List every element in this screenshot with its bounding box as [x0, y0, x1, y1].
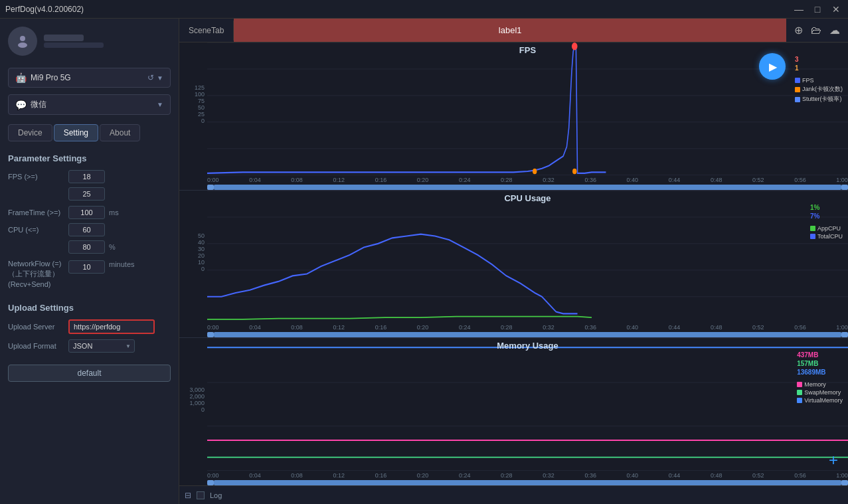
memory-y-axis: 3,000 2,000 1,000 0 [179, 382, 207, 426]
memory-chart-inner: 3,000 2,000 1,000 0 Memory Usage [179, 338, 848, 471]
cpu-x-axis: 0:000:040:080:120:160:200:240:280:320:36… [179, 323, 848, 332]
cpu-legend-app: AppCPU [810, 225, 843, 232]
fps-y-125: 125 [182, 84, 205, 91]
profile-id [44, 42, 104, 48]
fps-y-axis: 125 100 75 50 25 0 [179, 80, 207, 137]
maximize-button[interactable]: □ [811, 3, 824, 16]
device-selector-left: 🤖 Mi9 Pro 5G [15, 72, 71, 83]
location-icon[interactable]: ⊕ [794, 24, 803, 37]
mem-legend-virtual-label: VirtualMemory [804, 397, 843, 404]
cpu-y-axis: 50 40 30 20 10 0 [179, 228, 207, 286]
fps-chart-container: 125 100 75 50 25 0 FPS [179, 42, 848, 191]
network-label-1: NetworkFlow (=) [8, 259, 64, 269]
cpu-input-2[interactable] [68, 240, 105, 254]
fps-legend-jank-dot [795, 87, 800, 92]
cpu-scroll-track[interactable] [207, 332, 848, 337]
mem-legend-memory-dot [797, 382, 802, 387]
cpu-y-axis-wrapper: 50 40 30 20 10 0 [179, 191, 207, 323]
network-unit: minutes [109, 260, 135, 268]
svg-point-9 [533, 169, 537, 175]
fps-scroll-handle-left[interactable] [207, 185, 214, 190]
fps-legend-stutter-label: Stutter(卡顿率) [802, 95, 842, 104]
cpu-chart-body: CPU Usage [207, 191, 848, 323]
cpu-y-50: 50 [182, 232, 205, 239]
label1-tab[interactable]: label1 [234, 19, 786, 42]
network-row: NetworkFlow (=) （上下行流量） (Recv+Send) minu… [8, 259, 171, 290]
cpu-scroll-handle-right[interactable] [841, 332, 848, 337]
mem-legend-swap: SwapMemory [797, 389, 843, 396]
app-selector[interactable]: 💬 微信 ▼ [8, 94, 171, 115]
fps-scroll-track[interactable] [207, 185, 848, 190]
cpu-y-0: 0 [182, 266, 205, 272]
main-layout: 🤖 Mi9 Pro 5G ↺ ▼ 💬 微信 ▼ Device Setting A… [0, 19, 848, 504]
fps-y-25: 25 [182, 111, 205, 118]
parameter-settings-section: Parameter Settings FPS (>=) 18 25 FrameT… [8, 151, 171, 294]
refresh-icon[interactable]: ↺ [147, 73, 154, 82]
upload-format-select[interactable]: JSON CSV XML [68, 339, 135, 353]
app-icon: 💬 [15, 100, 27, 110]
fps-scroll-handle-right[interactable] [841, 185, 848, 190]
upload-server-input[interactable] [68, 319, 155, 334]
tab-setting[interactable]: Setting [54, 124, 98, 141]
mem-legend-spacer [797, 377, 843, 380]
fps-legend-fps: FPS [795, 77, 843, 84]
fps-row-2: 25 [8, 187, 171, 201]
scene-tab[interactable]: SceneTab [179, 21, 234, 41]
cpu-chart-container: 50 40 30 20 10 0 CPU Usage [179, 191, 848, 339]
close-button[interactable]: ✕ [829, 3, 843, 16]
memory-scroll-track[interactable] [207, 480, 848, 485]
cpu-param-group: CPU (<=) % [8, 223, 171, 254]
cpu-legend-total-label: TotalCPU [817, 233, 843, 240]
cpu-legend-app-label: AppCPU [817, 225, 841, 232]
fps-x-axis: 0:000:040:080:120:160:200:240:280:320:36… [179, 175, 848, 185]
fps-input-2[interactable]: 25 [68, 187, 105, 201]
titlebar: PerfDog(v4.0.200602) — □ ✕ [0, 0, 848, 19]
log-checkbox[interactable] [197, 491, 205, 499]
memory-scroll-handle-right[interactable] [841, 480, 848, 485]
memory-chart-body: Memory Usage [207, 338, 848, 471]
upload-settings-section: Upload Settings Upload Server Upload For… [8, 300, 171, 358]
mem-y-1000: 1,000 [182, 400, 205, 406]
fps-legend-jank-label: Jank(卡顿次数) [802, 85, 843, 94]
avatar [8, 27, 37, 56]
cpu-scroll-handle-left[interactable] [207, 332, 214, 337]
legend-spacer [795, 73, 843, 76]
fps-label: FPS (>=) [8, 173, 64, 181]
memory-scroll-handle-left[interactable] [207, 480, 214, 485]
tab-about[interactable]: About [100, 124, 140, 141]
cpu-legend-spacer [810, 221, 843, 224]
fps-scroll-thumb[interactable] [214, 185, 841, 190]
network-input[interactable] [68, 260, 105, 274]
memory-scroll-thumb[interactable] [214, 480, 841, 485]
fps-input-1[interactable]: 18 [68, 170, 105, 183]
profile-section [8, 24, 171, 58]
device-selector[interactable]: 🤖 Mi9 Pro 5G ↺ ▼ [8, 68, 171, 88]
fps-chart-body: FPS [207, 42, 848, 175]
tab-device[interactable]: Device [8, 124, 52, 141]
default-button[interactable]: default [8, 365, 171, 382]
plus-button[interactable]: + [824, 451, 843, 469]
charts-area: 125 100 75 50 25 0 FPS [179, 42, 848, 485]
cpu-input-1[interactable] [68, 223, 105, 236]
svg-point-8 [572, 42, 578, 50]
app-name: 微信 [31, 99, 46, 110]
cpu-scroll-thumb[interactable] [214, 332, 841, 337]
folder-icon[interactable]: 🗁 [811, 25, 821, 37]
fps-chart-legend: 3 1 FPS Jank(卡顿次数) [795, 56, 843, 104]
fps-y-75: 75 [182, 98, 205, 104]
expand-icon[interactable]: ⊟ [185, 491, 191, 500]
cpu-legend-total-dot [810, 234, 815, 239]
cpu-chart-svg [207, 191, 848, 323]
play-icon[interactable] [759, 53, 786, 80]
memory-x-axis: 0:000:040:080:120:160:200:240:280:320:36… [179, 471, 848, 480]
memory-chart-title: Memory Usage [497, 341, 558, 351]
content-area: SceneTab label1 ⊕ 🗁 ☁ 125 100 [179, 19, 848, 504]
network-label-2: （上下行流量） [8, 269, 64, 279]
frametime-input[interactable] [68, 206, 105, 219]
minimize-button[interactable]: — [792, 3, 806, 16]
svg-point-0 [20, 36, 25, 41]
mem-y-0: 0 [182, 406, 205, 413]
cloud-icon[interactable]: ☁ [829, 24, 840, 37]
fps-legend-fps-label: FPS [802, 77, 814, 84]
cpu-legend-val-total: 7% [810, 212, 843, 220]
